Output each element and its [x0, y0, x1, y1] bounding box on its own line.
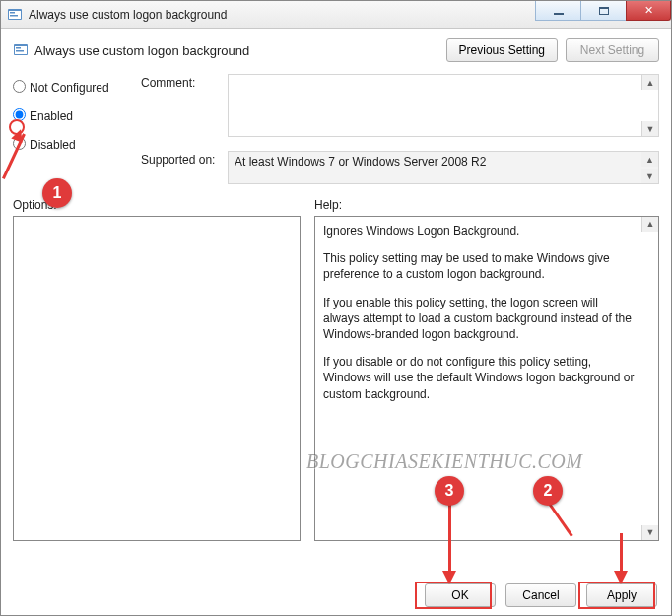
svg-rect-2: [10, 12, 15, 14]
svg-rect-7: [16, 50, 24, 52]
policy-header: Always use custom logon background Previ…: [1, 29, 671, 66]
scroll-up-icon[interactable]: ▲: [641, 152, 658, 167]
policy-header-icon: [13, 42, 29, 58]
comment-label: Comment:: [141, 74, 220, 90]
panels-row: Ignores Windows Logon Background. This p…: [1, 216, 671, 541]
apply-button[interactable]: Apply: [586, 583, 657, 607]
radio-not-configured-label: Not Configured: [30, 81, 109, 95]
comment-field[interactable]: ▲▼: [228, 74, 659, 137]
previous-setting-button[interactable]: Previous Setting: [446, 38, 558, 62]
maximize-button[interactable]: [580, 1, 626, 21]
config-area: Not Configured Enabled Disabled Comment:…: [1, 66, 671, 184]
help-text-p4: If you disable or do not configure this …: [323, 354, 637, 402]
cancel-button[interactable]: Cancel: [505, 583, 576, 607]
annotation-arrow-3-head: [442, 571, 456, 584]
scroll-down-icon[interactable]: ▼: [641, 121, 658, 136]
next-setting-button[interactable]: Next Setting: [566, 38, 659, 62]
policy-icon: [7, 7, 23, 23]
window-title: Always use custom logon background: [29, 8, 227, 22]
minimize-button[interactable]: [535, 1, 580, 21]
state-radio-group: Not Configured Enabled Disabled: [13, 74, 141, 184]
radio-enabled[interactable]: Enabled: [13, 108, 141, 123]
radio-enabled-input[interactable]: [13, 108, 26, 121]
help-label: Help:: [314, 198, 659, 212]
radio-disabled-input[interactable]: [13, 137, 26, 150]
scroll-down-icon[interactable]: ▼: [641, 525, 658, 540]
svg-rect-6: [16, 47, 21, 49]
help-text-p2: This policy setting may be used to make …: [323, 250, 637, 282]
panel-labels: Options: Help:: [1, 184, 671, 216]
supported-on-value: At least Windows 7 or Windows Server 200…: [235, 155, 486, 169]
window-controls: ✕: [535, 1, 671, 21]
radio-disabled-label: Disabled: [30, 138, 76, 152]
scroll-down-icon[interactable]: ▼: [641, 169, 658, 183]
help-panel: Ignores Windows Logon Background. This p…: [314, 216, 659, 541]
radio-enabled-label: Enabled: [30, 109, 73, 123]
supported-on-label: Supported on:: [141, 151, 220, 167]
scroll-up-icon[interactable]: ▲: [641, 75, 658, 90]
options-label: Options:: [13, 198, 314, 212]
options-panel: [13, 216, 301, 541]
radio-not-configured[interactable]: Not Configured: [13, 80, 141, 95]
annotation-arrow-2-head: [614, 571, 628, 584]
help-text-p3: If you enable this policy setting, the l…: [323, 295, 637, 343]
dialog-buttons: OK Cancel Apply: [425, 583, 657, 607]
supported-on-field: At least Windows 7 or Windows Server 200…: [228, 151, 659, 184]
radio-disabled[interactable]: Disabled: [13, 137, 141, 152]
policy-title: Always use custom logon background: [34, 43, 438, 58]
radio-not-configured-input[interactable]: [13, 80, 26, 93]
scroll-up-icon[interactable]: ▲: [641, 217, 658, 232]
help-text-p1: Ignores Windows Logon Background.: [323, 223, 637, 239]
titlebar: Always use custom logon background ✕: [1, 1, 671, 29]
close-button[interactable]: ✕: [626, 1, 671, 21]
svg-rect-3: [10, 15, 18, 17]
ok-button[interactable]: OK: [425, 583, 496, 607]
